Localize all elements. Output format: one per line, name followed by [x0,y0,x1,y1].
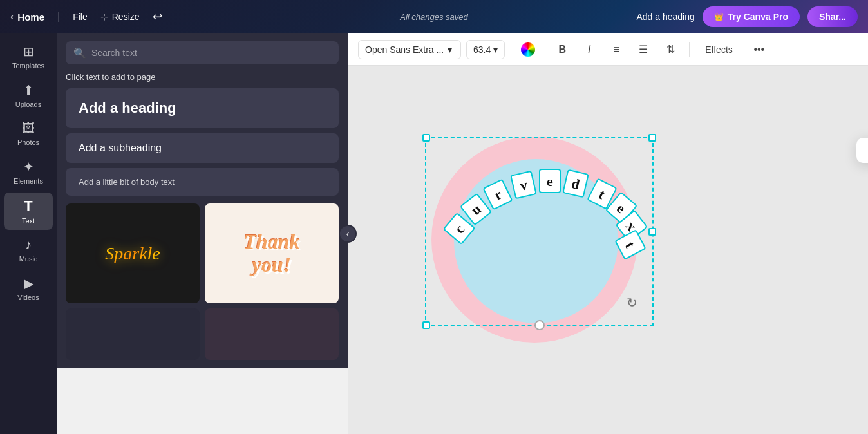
crown-icon: 👑 [714,12,724,21]
font-selector[interactable]: Open Sans Extra ... ▾ [358,40,461,59]
sidebar-item-videos[interactable]: ▶ Videos [4,270,53,307]
rotate-icon[interactable]: ↻ [627,295,637,310]
text-color-button[interactable] [521,42,535,57]
list2-icon: ⇅ [666,43,675,55]
search-input[interactable] [66,41,339,64]
click-hint-text: Click text to add to page [57,70,348,88]
elements-label: Elements [14,177,43,185]
home-button[interactable]: ‹ Home [10,11,44,23]
thankyou-line2: you! [243,254,299,276]
photos-icon: 🖼 [22,121,35,136]
top-navigation: ‹ Home | File ⊹ Resize ↩ All changes sav… [0,0,868,33]
text-panel: 🔍 Click text to add to page Add a headin… [57,33,348,368]
try-canva-button[interactable]: 👑 Try Canva Pro [703,6,800,27]
uploads-label: Uploads [15,100,41,108]
sidebar-item-elements[interactable]: ✦ Elements [4,154,53,190]
templates-icon: ⊞ [23,44,34,59]
nav-separator: | [57,11,60,23]
search-container: 🔍 [66,41,339,64]
music-icon: ♪ [25,238,32,252]
save-status: All changes saved [400,12,468,22]
sidebar-item-photos[interactable]: 🖼 Photos [4,116,53,151]
floating-toolbar: U aA Group Position 🪣 ⛓ 🔒 [856,138,868,163]
resize-label: Resize [112,12,140,22]
add-subheading-block[interactable]: Add a subheading [66,133,339,163]
template-card-4[interactable] [205,308,339,360]
bold-icon: B [558,44,566,55]
effects-button[interactable]: Effects [697,41,741,59]
list-icon: ☰ [639,43,648,55]
handle-bottom-left[interactable] [422,321,430,329]
thankyou-text: Thank you! [243,231,299,276]
curved-text-container[interactable]: c u r [428,133,647,262]
videos-label: Videos [17,294,39,301]
canvas-content: U aA Group Position 🪣 ⛓ 🔒 [348,66,868,434]
more-icon: ••• [753,44,764,55]
heading-text: Add a heading [637,12,695,22]
templates-label: Templates [12,62,44,70]
icon-sidebar: ⊞ Templates ⬆ Uploads 🖼 Photos ✦ Element… [0,33,57,434]
home-label: Home [17,12,44,23]
template-sparkle[interactable]: Sparkle [66,203,200,303]
resize-icon: ⊹ [100,12,108,22]
sidebar-item-music[interactable]: ♪ Music [4,232,53,268]
design-canvas: c u r [412,98,657,343]
font-name: Open Sans Extra ... [365,44,444,55]
toolbar-divider-1 [513,42,513,57]
more-button[interactable]: ••• [748,39,770,61]
font-dropdown-icon: ▾ [448,44,452,55]
elements-icon: ✦ [23,159,34,175]
handle-top-right[interactable] [648,134,656,142]
videos-icon: ▶ [24,276,33,291]
sparkle-text: Sparkle [105,243,160,264]
toolbar-divider-3 [689,42,690,57]
toolbar-divider-2 [543,42,543,57]
template-grid: Sparkle Thank you! [57,196,348,368]
music-label: Music [19,255,38,263]
italic-button[interactable]: I [578,39,600,61]
underline-button[interactable]: U [865,142,868,159]
main-layout: ⊞ Templates ⬆ Uploads 🖼 Photos ✦ Element… [0,33,868,434]
undo-button[interactable]: ↩ [153,10,162,24]
font-size-value: 63.4 [473,44,491,55]
chevron-left-icon: ‹ [10,11,14,23]
resize-button[interactable]: ⊹ Resize [100,12,140,22]
panel-collapse-button[interactable]: ‹ [339,225,357,243]
sidebar-item-text[interactable]: T Text [4,193,53,230]
file-menu[interactable]: File [73,12,88,22]
italic-icon: I [588,44,590,55]
try-canva-label: Try Canva Pro [728,12,788,22]
nav-left-group: ‹ Home | File ⊹ Resize ↩ [10,10,162,24]
list-button[interactable]: ☰ [632,39,654,61]
search-icon: 🔍 [73,47,86,59]
thankyou-line1: Thank [243,231,299,253]
photos-label: Photos [17,138,39,146]
align-button[interactable]: ≡ [605,39,627,61]
add-body-block[interactable]: Add a little bit of body text [66,168,339,196]
share-button[interactable]: Shar... [807,6,858,27]
align-icon: ≡ [614,44,619,55]
template-card-3[interactable] [66,308,200,360]
list2-button[interactable]: ⇅ [659,39,681,61]
font-size-dropdown-icon: ▾ [493,44,498,55]
bold-button[interactable]: B [551,39,573,61]
add-heading-block[interactable]: Add a heading [66,88,339,128]
text-label: Text [22,217,35,225]
template-thankyou[interactable]: Thank you! [205,203,339,303]
svg-text:e: e [547,173,553,189]
sidebar-item-uploads[interactable]: ⬆ Uploads [4,77,53,113]
panel-wrapper: 🔍 Click text to add to page Add a headin… [57,33,348,434]
text-icon: T [24,198,32,214]
nav-right-group: Add a heading 👑 Try Canva Pro Shar... [637,6,858,27]
canvas-area: Open Sans Extra ... ▾ 63.4 ▾ B I ≡ ☰ [348,33,868,434]
sidebar-item-templates[interactable]: ⊞ Templates [4,39,53,75]
formatting-toolbar: Open Sans Extra ... ▾ 63.4 ▾ B I ≡ ☰ [348,33,868,66]
handle-middle-right[interactable] [648,228,656,236]
curved-text-svg: c u r [428,133,647,262]
text-blocks: Add a heading Add a subheading Add a lit… [57,88,348,196]
font-size-selector[interactable]: 63.4 ▾ [466,40,505,59]
uploads-icon: ⬆ [23,82,34,98]
